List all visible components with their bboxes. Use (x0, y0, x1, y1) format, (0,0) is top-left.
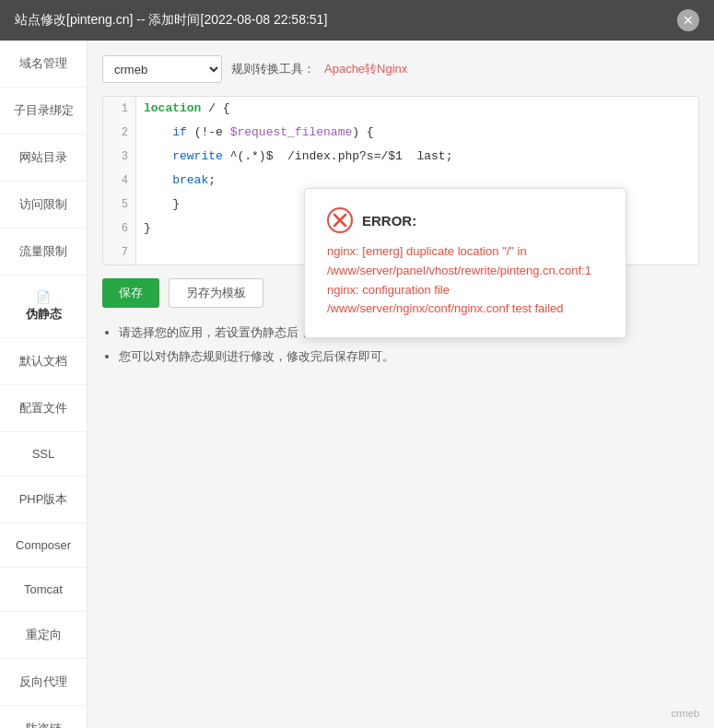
sidebar-item-config[interactable]: 配置文件 (0, 385, 87, 432)
sidebar-item-hotlink[interactable]: 防盗链 (0, 706, 87, 728)
sidebar-label-defaultdoc: 默认文档 (19, 353, 67, 370)
code-line-3: 3 rewrite ^(.*)$ /index.php?s=/$1 last; (103, 145, 698, 169)
sidebar-item-tomcat[interactable]: Tomcat (0, 568, 87, 612)
sidebar-label-config: 配置文件 (19, 400, 67, 417)
sidebar-label-tomcat: Tomcat (24, 582, 63, 596)
sidebar-item-domain[interactable]: 域名管理 (0, 41, 87, 88)
line-num-4: 4 (103, 169, 136, 193)
error-dialog: ERROR: nginx: [emerg] duplicate location… (304, 188, 626, 338)
line-num-2: 2 (103, 121, 136, 145)
main-panel: crmebdefaultwordpressthinkphp 规则转换工具： Ap… (88, 41, 714, 728)
sidebar-label-composer: Composer (16, 538, 71, 552)
error-header: ERROR: (327, 207, 603, 233)
code-line-2: 2 if (!-e $request_filename) { (103, 121, 698, 145)
sidebar-label-traffic: 流量限制 (19, 243, 67, 260)
sidebar-item-sitedir[interactable]: 网站目录 (0, 135, 87, 182)
title-bar: 站点修改[pinteng.cn] -- 添加时间[2022-08-08 22:5… (0, 0, 714, 41)
line-num-5: 5 (103, 193, 136, 217)
info-item-2: 您可以对伪静态规则进行修改，修改完后保存即可。 (119, 345, 699, 369)
main-window: 站点修改[pinteng.cn] -- 添加时间[2022-08-08 22:5… (0, 0, 714, 728)
sidebar-label-hotlink: 防盗链 (26, 721, 62, 728)
sidebar: 域名管理子目录绑定网站目录访问限制流量限制📄伪静态默认文档配置文件SSLPHP版… (0, 41, 88, 728)
sidebar-item-composer[interactable]: Composer (0, 523, 87, 568)
sidebar-label-domain: 域名管理 (19, 55, 67, 72)
window-title: 站点修改[pinteng.cn] -- 添加时间[2022-08-08 22:5… (15, 12, 327, 29)
branding: crmeb (671, 708, 699, 719)
sidebar-label-redirect: 重定向 (26, 627, 62, 643)
sidebar-label-sitedir: 网站目录 (19, 149, 67, 166)
line-num-3: 3 (103, 145, 136, 169)
sidebar-label-access: 访问限制 (19, 196, 67, 213)
save-button[interactable]: 保存 (102, 278, 159, 308)
sidebar-icon-static: 📄 (36, 290, 51, 304)
line-num-7: 7 (103, 241, 136, 264)
line-code-2: if (!-e $request_filename) { (136, 121, 698, 145)
error-title: ERROR: (362, 213, 416, 229)
sidebar-label-ssl: SSL (32, 447, 55, 461)
sidebar-item-proxy[interactable]: 反向代理 (0, 659, 87, 706)
sidebar-item-redirect[interactable]: 重定向 (0, 612, 87, 659)
toolbar: crmebdefaultwordpressthinkphp 规则转换工具： Ap… (102, 55, 699, 83)
sidebar-label-php: PHP版本 (19, 491, 68, 508)
error-message: nginx: [emerg] duplicate location "/" in… (327, 242, 603, 319)
sidebar-label-proxy: 反向代理 (19, 674, 67, 690)
rule-link[interactable]: Apache转Nginx (324, 61, 407, 77)
line-num-1: 1 (103, 97, 136, 121)
content-area: 域名管理子目录绑定网站目录访问限制流量限制📄伪静态默认文档配置文件SSLPHP版… (0, 41, 714, 728)
sidebar-label-subdir: 子目录绑定 (14, 102, 74, 119)
sidebar-item-defaultdoc[interactable]: 默认文档 (0, 338, 87, 385)
rule-label: 规则转换工具： (231, 61, 315, 77)
sidebar-item-ssl[interactable]: SSL (0, 432, 87, 476)
save-as-template-button[interactable]: 另存为模板 (169, 278, 263, 308)
line-code-3: rewrite ^(.*)$ /index.php?s=/$1 last; (136, 145, 698, 169)
sidebar-label-static: 伪静态 (26, 306, 62, 323)
error-icon (327, 207, 353, 233)
sidebar-item-subdir[interactable]: 子目录绑定 (0, 88, 87, 135)
close-button[interactable]: ✕ (677, 9, 699, 31)
sidebar-item-access[interactable]: 访问限制 (0, 182, 87, 229)
code-line-1: 1 location / { (103, 97, 698, 121)
sidebar-item-traffic[interactable]: 流量限制 (0, 229, 87, 276)
sidebar-item-php[interactable]: PHP版本 (0, 476, 87, 523)
line-code-1: location / { (136, 97, 698, 121)
app-select[interactable]: crmebdefaultwordpressthinkphp (102, 55, 222, 83)
line-num-6: 6 (103, 217, 136, 241)
sidebar-item-static[interactable]: 📄伪静态 (0, 276, 87, 338)
